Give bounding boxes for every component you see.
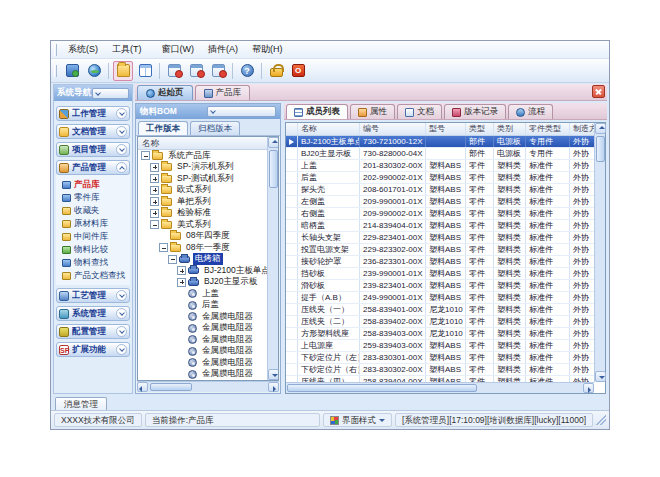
column-header-名称[interactable]: 名称 bbox=[298, 123, 360, 135]
tree-node[interactable]: 单把系列 bbox=[138, 196, 267, 208]
expand-icon[interactable] bbox=[150, 174, 159, 183]
scroll-down-icon[interactable] bbox=[268, 369, 279, 380]
tree-node[interactable]: 欧式系列 bbox=[138, 185, 267, 197]
tab-成员列表[interactable]: 成员列表 bbox=[286, 104, 348, 119]
sidebar-item-零件库[interactable]: 零件库 bbox=[60, 191, 130, 204]
tab-归档版本[interactable]: 归档版本 bbox=[190, 121, 240, 135]
close-tab-button[interactable] bbox=[592, 85, 605, 98]
collapse-icon[interactable] bbox=[168, 255, 177, 264]
tree-node[interactable]: 电烤箱 bbox=[138, 254, 267, 266]
tree-node[interactable]: 上盖 bbox=[138, 288, 267, 300]
chevron-down-icon[interactable] bbox=[116, 144, 127, 155]
table-row[interactable]: 接砂轮护罩236-823301-00X塑料ABS零件塑料类标准件外协条 bbox=[286, 256, 594, 268]
menu-item[interactable]: 插件(A) bbox=[201, 42, 245, 56]
sidebar-group-文档管理[interactable]: 文档管理 bbox=[56, 124, 130, 139]
table-row[interactable]: 右侧盖209-990002-01X塑料ABS零件塑料类标准件外协条 bbox=[286, 208, 594, 220]
chevron-up-icon[interactable] bbox=[116, 162, 127, 173]
sidebar-group-项目管理[interactable]: 项目管理 bbox=[56, 142, 130, 157]
sidebar-item-产品库[interactable]: 产品库 bbox=[60, 178, 130, 191]
tab-版本记录[interactable]: 版本记录 bbox=[444, 104, 506, 119]
lock-icon-button[interactable] bbox=[266, 61, 286, 81]
tree-node[interactable]: SP-演示机系列 bbox=[138, 162, 267, 174]
sidebar-group-扩展功能[interactable]: 扩展功能 bbox=[56, 342, 130, 357]
folder-icon-button[interactable] bbox=[113, 61, 133, 81]
column-header-制造方式[interactable]: 制造方式 bbox=[570, 123, 594, 135]
expand-icon[interactable] bbox=[150, 197, 159, 206]
sidebar-item-产品文档查找[interactable]: 产品文档查找 bbox=[60, 269, 130, 282]
tree-node[interactable]: BJ20主显示板 bbox=[138, 277, 267, 289]
menu-item[interactable]: 帮助(H) bbox=[245, 42, 290, 56]
expand-icon[interactable] bbox=[150, 163, 159, 172]
tree-node[interactable]: 金属膜电阻器 bbox=[138, 357, 267, 369]
column-header-零件类型[interactable]: 零件类型 bbox=[526, 123, 570, 135]
tab-起始页[interactable]: 起始页 bbox=[137, 85, 193, 100]
tree-node[interactable]: 系统产品库 bbox=[138, 150, 267, 162]
table-row[interactable]: BJ20主显示板730-828000-04X部件电源板专用件外协颗 bbox=[286, 148, 594, 160]
chevron-down-icon[interactable] bbox=[116, 290, 127, 301]
grid-icon-button[interactable] bbox=[135, 61, 155, 81]
column-header-类别[interactable]: 类别 bbox=[494, 123, 526, 135]
table-row[interactable]: 压线夹（二）258-839402-00X尼龙1010零件塑料类标准件外协条 bbox=[286, 316, 594, 328]
table-hscroll-thumb[interactable] bbox=[287, 384, 477, 392]
tree-node[interactable]: 金属膜电阻器 bbox=[138, 346, 267, 358]
sidebar-item-原材料库[interactable]: 原材料库 bbox=[60, 217, 130, 230]
sidebar-item-收藏夹[interactable]: 收藏夹 bbox=[60, 204, 130, 217]
window-badge-icon-3-button[interactable] bbox=[208, 61, 228, 81]
tree-node[interactable]: 检验标准 bbox=[138, 208, 267, 220]
scroll-up-icon[interactable] bbox=[595, 123, 606, 134]
table-row[interactable]: 下砂定位片（右）283-830302-00X塑料ABS零件塑料类标准件外协条 bbox=[286, 364, 594, 376]
tree-column-header[interactable]: 名称 bbox=[138, 137, 267, 150]
chevron-down-icon[interactable] bbox=[116, 326, 127, 337]
table-row[interactable]: 暗柄盖214-839404-01X塑料ABS零件塑料类标准件外协条 bbox=[286, 220, 594, 232]
collapse-icon[interactable] bbox=[141, 151, 150, 160]
column-header-型号[interactable]: 型号 bbox=[426, 123, 466, 135]
sidebar-item-中间件库[interactable]: 中间件库 bbox=[60, 230, 130, 243]
bom-panel-pin-button[interactable] bbox=[207, 106, 276, 117]
table-row[interactable]: 探头壳208-601701-01X塑料ABS零件塑料类标准件外协条 bbox=[286, 184, 594, 196]
tree-hscroll-thumb[interactable] bbox=[150, 383, 192, 391]
table-row[interactable]: 后盖202-990002-01X塑料ABS零件塑料类标准件外协条 bbox=[286, 172, 594, 184]
tree-node[interactable]: 金属膜电阻器 bbox=[138, 334, 267, 346]
scroll-down-icon[interactable] bbox=[595, 371, 606, 382]
tree-node[interactable]: 金属膜电阻器 bbox=[138, 323, 267, 335]
menu-item[interactable]: 窗口(W) bbox=[155, 42, 202, 56]
tree-scroll-thumb[interactable] bbox=[269, 150, 278, 188]
column-header-类型[interactable]: 类型 bbox=[466, 123, 494, 135]
tab-流程[interactable]: 流程 bbox=[508, 104, 553, 119]
window-badge-icon-2-button[interactable] bbox=[186, 61, 206, 81]
column-header-编号[interactable]: 编号 bbox=[360, 123, 426, 135]
sidebar-item-物料比较[interactable]: 物料比较 bbox=[60, 243, 130, 256]
monitor-icon-button[interactable] bbox=[62, 61, 82, 81]
sidebar-group-工作管理[interactable]: 工作管理 bbox=[56, 106, 130, 121]
tree-node[interactable]: 金属膜电阻器 bbox=[138, 369, 267, 381]
table-row[interactable]: 上电源座259-839403-00X塑料ABS零件塑料类标准件外协条 bbox=[286, 340, 594, 352]
table-row[interactable]: 上盖201-830302-00X塑料ABS零件塑料类标准件外协条 bbox=[286, 160, 594, 172]
table-row[interactable]: BJ-2100主板单点730-721000-12X部件电源板专用件外协颗 bbox=[286, 136, 594, 148]
resize-grip[interactable] bbox=[596, 415, 606, 425]
message-manager-tab[interactable]: 消息管理 bbox=[55, 397, 107, 410]
table-row[interactable]: 长轴头支架229-823401-00X塑料ABS零件塑料类标准件外协条 bbox=[286, 232, 594, 244]
sidebar-group-系统管理[interactable]: 系统管理 bbox=[56, 306, 130, 321]
expand-icon[interactable] bbox=[150, 209, 159, 218]
toolbar-grip[interactable] bbox=[54, 44, 57, 56]
expand-icon[interactable] bbox=[177, 278, 186, 287]
table-row[interactable]: 左侧盖209-990001-01X塑料ABS零件塑料类标准件外协条 bbox=[286, 196, 594, 208]
chevron-down-icon[interactable] bbox=[116, 308, 127, 319]
tree-node[interactable]: BJ-2100主板单点 bbox=[138, 265, 267, 277]
table-row[interactable]: 挡砂板239-990001-01X塑料ABS零件塑料类标准件外协条 bbox=[286, 268, 594, 280]
chevron-down-icon[interactable] bbox=[116, 108, 127, 119]
table-row[interactable]: 方形塑料线座258-839403-00X尼龙1010零件塑料类标准件外协条 bbox=[286, 328, 594, 340]
tree-node[interactable]: 08年四季度 bbox=[138, 231, 267, 243]
globe-icon-button[interactable] bbox=[84, 61, 104, 81]
sidebar-group-产品管理[interactable]: 产品管理 bbox=[56, 160, 130, 175]
sidebar-group-工艺管理[interactable]: 工艺管理 bbox=[56, 288, 130, 303]
table-scroll-thumb[interactable] bbox=[596, 136, 605, 162]
tab-产品库[interactable]: 产品库 bbox=[195, 85, 251, 100]
expand-icon[interactable] bbox=[150, 186, 159, 195]
tab-工作版本[interactable]: 工作版本 bbox=[138, 121, 188, 135]
tab-属性[interactable]: 属性 bbox=[350, 104, 395, 119]
collapse-icon[interactable] bbox=[159, 243, 168, 252]
scroll-left-icon[interactable] bbox=[137, 382, 148, 392]
menu-item[interactable]: 工具(T) bbox=[105, 42, 149, 56]
exit-icon-button[interactable] bbox=[288, 61, 308, 81]
